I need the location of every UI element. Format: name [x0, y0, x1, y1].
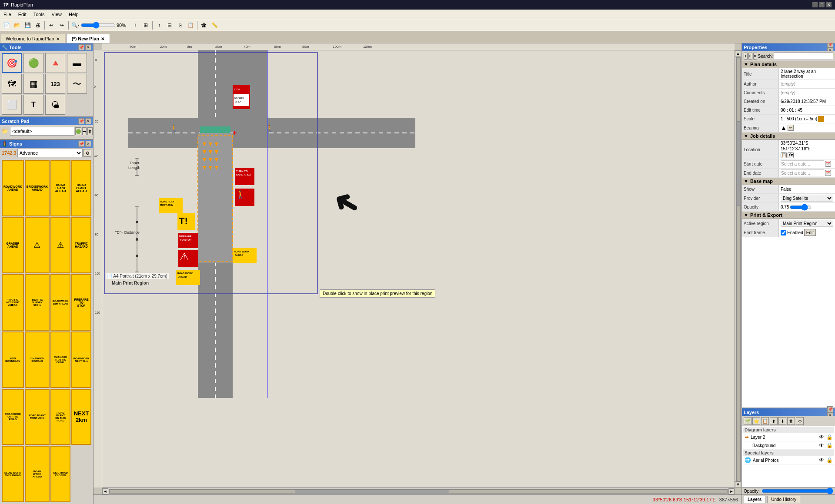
enddate-input[interactable]	[781, 169, 824, 176]
tb-road[interactable]: 🛣	[199, 20, 209, 30]
printframe-checkbox[interactable]	[781, 230, 786, 235]
window-controls[interactable]: — □ ✕	[812, 2, 832, 7]
tb-undo[interactable]: ↩	[47, 20, 56, 30]
aerial-lock-btn[interactable]: 🔒	[826, 457, 832, 463]
tools-panel-controls[interactable]: 📌 ✕	[78, 44, 91, 50]
props-section-basemap[interactable]: ▼ Base map	[742, 178, 835, 185]
scratch-panel-close[interactable]: ✕	[85, 118, 91, 124]
layer-copy-btn[interactable]: 📋	[761, 417, 769, 425]
printframe-edit-btn[interactable]: Edit	[804, 229, 816, 236]
zoom-slider[interactable]	[81, 22, 116, 28]
scroll-thumb-v[interactable]	[737, 121, 740, 206]
tb-paste[interactable]: 📋	[186, 20, 195, 30]
scroll-right-btn[interactable]: ►	[728, 488, 735, 494]
layer-delete-btn[interactable]: 🗑	[787, 417, 795, 425]
prop-value-enddate[interactable]: 📅	[779, 169, 835, 177]
minimize-button[interactable]: —	[812, 2, 818, 7]
scrollbar-vertical[interactable]: ▲ ▼	[735, 50, 741, 487]
layers-opacity-slider[interactable]	[762, 488, 833, 494]
sign-side-road-closed[interactable]: SIDE ROADCLOSED	[50, 446, 70, 502]
sign-road-plant-on-road[interactable]: ROAD PLANTON THIS ROAD	[50, 389, 70, 445]
close-button[interactable]: ✕	[826, 2, 832, 7]
props-pin-btn[interactable]: 📌	[827, 43, 833, 47]
props-tb-btn2[interactable]: II	[748, 53, 752, 60]
tb-zoom-fit[interactable]: ⊞	[141, 20, 150, 30]
layers-pin-btn[interactable]: 📌	[827, 406, 833, 412]
startdate-calendar-btn[interactable]: 📅	[825, 161, 831, 167]
canvas-content[interactable]: -40m -20m 0m 20m 40m 60m 80m 100m 120m 0…	[94, 43, 741, 494]
tb-redo[interactable]: ↪	[57, 20, 67, 30]
aerial-vis-btn[interactable]: 👁	[818, 457, 825, 463]
layer2-vis-btn[interactable]: 👁	[818, 434, 825, 440]
prop-value-provider[interactable]: Bing Satellite	[779, 194, 835, 202]
tb-copy[interactable]: ⎘	[175, 20, 185, 30]
opacity-slider[interactable]	[790, 205, 812, 210]
props-tb-btn1[interactable]: I	[744, 53, 748, 60]
provider-select[interactable]: Bing Satellite	[781, 195, 833, 202]
tool-text[interactable]: T	[23, 95, 43, 115]
layer-down-btn[interactable]: ⬇	[778, 417, 786, 425]
sign-traffic-survey[interactable]: TRAFFICSURVEY500 m	[25, 274, 50, 331]
tool-map[interactable]: 🗺	[2, 74, 22, 94]
scroll-left-btn[interactable]: ◄	[102, 488, 108, 494]
layer-item-layer2[interactable]: ➡ Layer 2 👁 🔒	[743, 433, 834, 441]
tool-curve[interactable]: 〜	[67, 74, 87, 94]
bottom-tab-undo[interactable]: Undo History	[767, 496, 800, 503]
menu-file[interactable]: File	[0, 11, 15, 18]
signs-panel-controls[interactable]: 📌 ✕	[78, 141, 91, 147]
bottom-tab-layers[interactable]: Layers	[744, 496, 765, 503]
scroll-up-btn[interactable]: ▲	[735, 50, 741, 56]
tb-zoom-in[interactable]: +	[130, 20, 140, 30]
tool-number[interactable]: 123	[45, 74, 65, 94]
location-map-btn[interactable]: 🗺	[788, 152, 794, 158]
tool-box[interactable]: ⬜	[2, 95, 22, 115]
enddate-calendar-btn[interactable]: 📅	[825, 170, 831, 176]
tool-ellipse[interactable]: 🟢	[23, 53, 43, 73]
scratch-panel-controls[interactable]: 📌 ✕	[78, 118, 91, 124]
tb-new[interactable]: 📄	[2, 20, 11, 30]
tb-grid[interactable]: ⊟	[165, 20, 174, 30]
tb-arrow[interactable]: ↑	[154, 20, 164, 30]
layer-config-btn[interactable]: ⚙	[796, 417, 804, 425]
sign-hazard-1[interactable]: ⚠	[25, 217, 50, 274]
sign-slow-work[interactable]: SLOW WORKTHIS AHEAD	[2, 446, 24, 502]
bearing-edit-btn[interactable]: ✏	[788, 125, 794, 131]
tool-symbol[interactable]: 🌤	[45, 95, 65, 115]
scroll-thumb-h[interactable]	[295, 490, 449, 493]
layer-item-aerial[interactable]: 🌐 Aerial Photos 👁 🔒	[743, 456, 834, 464]
tab-welcome-close[interactable]: ✕	[56, 36, 60, 41]
props-search-input[interactable]	[774, 52, 833, 60]
zoom-out-btn[interactable]: 🔍-	[70, 20, 80, 30]
signs-category-select[interactable]: Advance	[17, 149, 83, 157]
scrollbar-horizontal[interactable]: ◄ ►	[102, 487, 735, 494]
tb-print[interactable]: 🖨	[33, 20, 43, 30]
sign-traffic-accident-ahead[interactable]: TRAFFICACCIDENTAHEAD	[2, 274, 24, 331]
sign-changed-signals[interactable]: CHANGEDSIGNALS	[25, 332, 50, 388]
menu-tools[interactable]: Tools	[30, 11, 48, 18]
scale-color-btn[interactable]	[818, 116, 824, 122]
sign-road-plant-ahead-2[interactable]: ROAD PLANTAHEAD	[71, 160, 91, 216]
layer-add-btn[interactable]: 🌱	[744, 417, 752, 425]
sign-roadwork-ahead[interactable]: ROADWORKAHEAD	[2, 160, 24, 216]
signs-panel-close[interactable]: ✕	[85, 141, 91, 147]
sign-hazard-2[interactable]: ⚠	[50, 217, 70, 274]
tools-panel-close[interactable]: ✕	[85, 44, 91, 50]
zoom-control[interactable]: 🔍- 90%	[70, 20, 130, 30]
prop-value-startdate[interactable]: 📅	[779, 159, 835, 168]
sign-grader-ahead[interactable]: GRADERAHEAD	[2, 217, 24, 274]
tb-open[interactable]: 📂	[12, 20, 22, 30]
sign-roadwork-next-2km[interactable]: ROADWORKNEXT 2km	[71, 332, 91, 388]
sign-road-plant-ahead-1[interactable]: ROADPLANTAHEAD	[50, 160, 70, 216]
tab-newplan[interactable]: (*) New Plan ✕	[66, 34, 110, 43]
sign-next-2km[interactable]: NEXT2km	[71, 389, 91, 445]
scroll-track-h[interactable]	[109, 489, 728, 494]
signs-config-btn[interactable]: ⚙	[84, 149, 91, 157]
sign-roadwork-on-road[interactable]: ROADWORKON THIS ROAD	[2, 389, 24, 445]
layer-item-background[interactable]: Background 👁 🔒	[743, 441, 834, 450]
sign-new-boundary[interactable]: NEWBOUNDARY	[2, 332, 24, 388]
sign-road-work-ahead-symbol[interactable]: ROADWORKAHEAD	[25, 446, 50, 502]
plan-canvas[interactable]: ▼▼▼ ▼▼▼ ▼▼▼ ▼▼▼ +	[102, 50, 735, 487]
menu-edit[interactable]: Edit	[15, 11, 30, 18]
scroll-down-btn[interactable]: ▼	[735, 481, 741, 487]
scratch-move-btn[interactable]: ➡	[82, 127, 87, 135]
